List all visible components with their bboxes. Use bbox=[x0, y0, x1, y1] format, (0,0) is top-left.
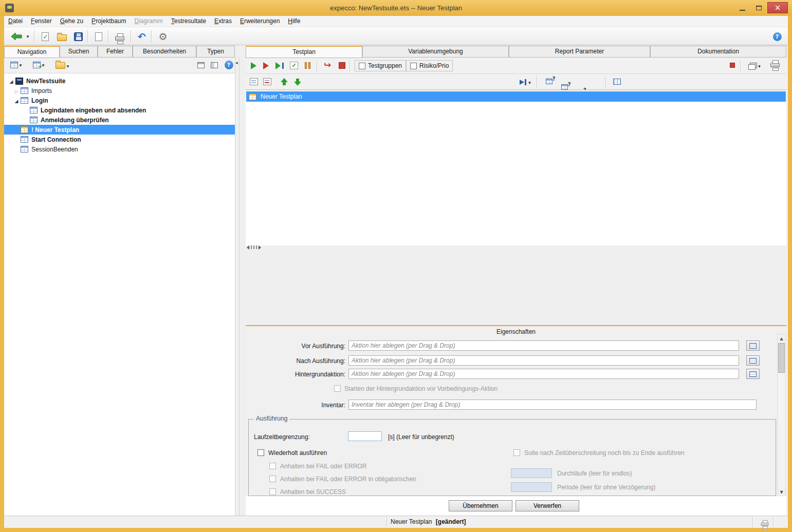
tree-item-imports[interactable]: Imports bbox=[4, 86, 235, 96]
tab-report-parameter[interactable]: Report Parameter bbox=[509, 46, 650, 58]
item-icon bbox=[30, 107, 38, 113]
help-button[interactable] bbox=[771, 29, 783, 44]
statusbar-modified-flag: [geändert] bbox=[436, 518, 466, 525]
close-button[interactable]: × bbox=[767, 2, 788, 13]
check-suite-button[interactable] bbox=[38, 29, 52, 44]
menu-testresultate[interactable]: Testresultate bbox=[167, 16, 210, 27]
menu-fenster[interactable]: Fenster bbox=[27, 16, 56, 27]
scroll-up-button[interactable] bbox=[778, 334, 785, 342]
vor-ausfuehrung-picker-button[interactable] bbox=[746, 340, 760, 351]
verify-button[interactable] bbox=[289, 62, 299, 69]
tree-item-neuer-testplan[interactable]: ! Neuer Testplan bbox=[4, 125, 235, 135]
print-report-button[interactable] bbox=[768, 59, 782, 67]
maximize-button[interactable] bbox=[751, 2, 766, 13]
move-up-button[interactable] bbox=[280, 78, 289, 86]
back-button[interactable] bbox=[8, 29, 25, 44]
move-down-button[interactable] bbox=[293, 78, 302, 86]
columns-button[interactable] bbox=[612, 79, 622, 85]
menu-projektbaum[interactable]: Projektbaum bbox=[87, 16, 130, 27]
settings-button[interactable] bbox=[155, 29, 171, 44]
run-button[interactable] bbox=[249, 62, 258, 69]
testgruppen-checkbox[interactable]: Testgruppen bbox=[355, 60, 406, 71]
apply-button[interactable]: Übernehmen bbox=[449, 500, 512, 511]
testgruppen-label: Testgruppen bbox=[368, 62, 402, 69]
edit-selected-button[interactable] bbox=[249, 78, 259, 85]
minimize-button[interactable] bbox=[734, 2, 750, 13]
edit-all-button[interactable] bbox=[262, 78, 272, 85]
expander-open-icon[interactable] bbox=[13, 97, 20, 104]
printer-icon bbox=[761, 522, 768, 526]
tree-item-label: Login bbox=[31, 97, 48, 104]
menu-datei[interactable]: Datei bbox=[4, 16, 27, 27]
tab-variablenumgebung[interactable]: Variablenumgebung bbox=[362, 46, 509, 58]
collapse-panel-icon[interactable] bbox=[235, 59, 238, 66]
pause-button[interactable] bbox=[302, 62, 312, 69]
discard-button[interactable]: Verwerfen bbox=[515, 500, 579, 511]
edit-fields-red-icon bbox=[263, 78, 271, 85]
menu-extras[interactable]: Extras bbox=[210, 16, 236, 27]
toolbar-separator bbox=[34, 30, 34, 43]
resume-button[interactable] bbox=[322, 61, 333, 69]
tab-besonderheiten[interactable]: Besonderheiten bbox=[133, 46, 196, 58]
tree-item-logindaten[interactable]: Logindaten eingeben und absenden bbox=[4, 105, 235, 115]
tree-item-newtestsuite[interactable]: NewTestsuite bbox=[4, 76, 235, 86]
tab-label: Dokumentation bbox=[697, 48, 739, 55]
risiko-prio-checkbox[interactable]: Risiko/Prio bbox=[406, 60, 453, 71]
nach-ausfuehrung-picker-button[interactable] bbox=[746, 355, 760, 366]
menu-gehe-zu[interactable]: Gehe zu bbox=[56, 16, 87, 27]
open-button[interactable] bbox=[54, 29, 69, 44]
tab-testplan[interactable]: Testplan bbox=[246, 46, 362, 58]
scroll-down-button[interactable] bbox=[778, 488, 785, 496]
new-document-button[interactable] bbox=[91, 29, 106, 44]
inventar-dropfield[interactable] bbox=[348, 400, 757, 410]
tab-typen[interactable]: Typen bbox=[196, 46, 235, 58]
marker-button[interactable] bbox=[729, 63, 736, 68]
wiederholt-label: Wiederholt ausführen bbox=[268, 449, 327, 457]
expander-open-icon[interactable] bbox=[8, 78, 14, 85]
menu-erweiterungen[interactable]: Erweiterungen bbox=[236, 16, 284, 27]
hintergrundaktion-picker-button[interactable] bbox=[746, 369, 760, 379]
vor-ausfuehrung-dropfield[interactable] bbox=[348, 340, 739, 351]
scrollbar-thumb[interactable] bbox=[778, 343, 785, 373]
back-history-dropdown[interactable] bbox=[25, 29, 31, 44]
vertical-splitter[interactable] bbox=[235, 58, 240, 516]
tab-fehler[interactable]: Fehler bbox=[98, 46, 133, 58]
undo-button[interactable] bbox=[135, 29, 149, 44]
help-icon bbox=[225, 61, 233, 69]
tab-navigation[interactable]: Navigation bbox=[4, 46, 60, 58]
minimize-icon bbox=[740, 10, 745, 11]
new-item-button[interactable]: + bbox=[29, 61, 48, 68]
arrow-up-icon bbox=[281, 78, 288, 86]
tree-item-login[interactable]: Login bbox=[4, 96, 235, 105]
tree-display-mode-button[interactable] bbox=[7, 61, 25, 68]
tree-help-button[interactable] bbox=[223, 61, 234, 69]
expander-collapsed-icon[interactable] bbox=[13, 87, 20, 94]
report-button[interactable] bbox=[746, 62, 763, 69]
goto-first-unknown-button[interactable] bbox=[543, 79, 555, 84]
hintergrundaktion-dropfield[interactable] bbox=[348, 369, 739, 379]
wiederholt-checkbox[interactable] bbox=[257, 449, 264, 456]
float-view-button[interactable] bbox=[195, 62, 207, 68]
laufzeit-input[interactable] bbox=[348, 431, 382, 441]
split-view-button[interactable] bbox=[209, 62, 220, 68]
stop-button[interactable] bbox=[337, 62, 346, 69]
tab-dokumentation[interactable]: Dokumentation bbox=[650, 46, 786, 58]
run-debug-button[interactable] bbox=[261, 62, 270, 69]
step-button[interactable] bbox=[274, 62, 285, 69]
nach-ausfuehrung-dropfield[interactable] bbox=[348, 355, 739, 366]
goto-prev-unknown-button[interactable] bbox=[558, 84, 570, 90]
tree-item-anmeldung[interactable]: Anmeldung überprüfen bbox=[4, 115, 235, 125]
horizontal-splitter[interactable] bbox=[247, 245, 283, 250]
splitter-right-icon bbox=[259, 245, 261, 250]
tree-item-sessionbeenden[interactable]: SessionBeenden bbox=[4, 144, 235, 154]
menu-hilfe[interactable]: Hilfe bbox=[284, 16, 304, 27]
print-button[interactable] bbox=[112, 29, 127, 44]
tab-label: Fehler bbox=[106, 48, 124, 55]
tree-item-start-connection[interactable]: Start Connection bbox=[4, 135, 235, 144]
run-to-button[interactable] bbox=[517, 79, 533, 86]
new-folder-button[interactable] bbox=[52, 59, 72, 69]
tab-suchen[interactable]: Suchen bbox=[60, 46, 98, 58]
save-button[interactable] bbox=[71, 29, 85, 44]
chevron-down-icon bbox=[67, 62, 69, 69]
testplan-list-row[interactable]: Neuer Testplan bbox=[246, 91, 786, 102]
